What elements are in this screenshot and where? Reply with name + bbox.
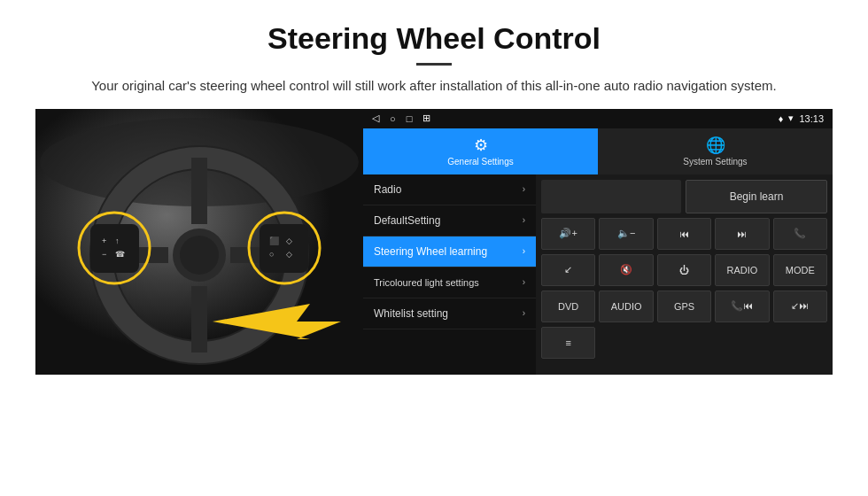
vol-down-label: 🔈−: [617, 228, 635, 239]
menu-icon[interactable]: ⊞: [422, 112, 430, 124]
mute-button[interactable]: 🔇: [599, 254, 653, 286]
svg-text:↑: ↑: [115, 236, 120, 245]
chevron-icon-whitelist: ›: [523, 308, 525, 318]
status-bar-nav: ◁ ○ □ ⊞: [372, 112, 430, 124]
general-settings-icon: ⚙: [474, 136, 488, 155]
menu-default-label: DefaultSetting: [374, 214, 440, 227]
svg-text:☎: ☎: [115, 250, 125, 259]
status-bar-info: ♦ ▾ 13:13: [779, 112, 824, 124]
vol-down-button[interactable]: 🔈−: [599, 218, 653, 250]
vol-up-button[interactable]: 🔊+: [541, 218, 595, 250]
answer-button[interactable]: ↙: [541, 254, 595, 286]
page-subtitle: Your original car's steering wheel contr…: [71, 76, 797, 97]
prev-track-icon: ⏮: [679, 229, 689, 239]
home-icon[interactable]: ○: [390, 113, 396, 124]
control-panel: Begin learn 🔊+ 🔈− ⏮: [536, 174, 833, 375]
vol-up-label: 🔊+: [559, 228, 577, 239]
time-display: 13:13: [799, 113, 824, 124]
gps-label: GPS: [674, 301, 694, 312]
prev-track-button[interactable]: ⏮: [657, 218, 711, 250]
menu-item-tricoloured[interactable]: Tricoloured light settings ›: [363, 267, 536, 298]
tab-system-label: System Settings: [683, 157, 747, 167]
svg-text:○: ○: [269, 250, 274, 259]
svg-text:⬛: ⬛: [269, 236, 280, 246]
menu-panel: Radio › DefaultSetting › Steering Wheel …: [363, 174, 536, 375]
control-row-2: ↙ 🔇 ⏻ RADIO MODE: [541, 254, 827, 286]
menu-radio-label: Radio: [374, 183, 401, 196]
menu-icon-button[interactable]: ≡: [541, 327, 595, 359]
mute-icon: 🔇: [620, 264, 632, 275]
dvd-label: DVD: [558, 301, 578, 312]
audio-button[interactable]: AUDIO: [599, 291, 653, 322]
menu-whitelist-label: Whitelist setting: [374, 307, 448, 320]
menu-item-steering[interactable]: Steering Wheel learning ›: [363, 236, 536, 267]
back-next-icon: ↙⏭: [791, 300, 809, 312]
control-row-3: DVD AUDIO GPS 📞⏮ ↙⏭: [541, 291, 827, 322]
page-wrapper: Steering Wheel Control Your original car…: [0, 0, 868, 392]
dvd-button[interactable]: DVD: [541, 291, 595, 322]
chevron-icon-radio: ›: [523, 184, 525, 194]
chevron-icon-steering: ›: [523, 246, 525, 256]
gps-button[interactable]: GPS: [657, 291, 711, 322]
control-row-4: ≡: [541, 327, 827, 359]
tab-system[interactable]: 🌐 System Settings: [598, 128, 833, 174]
power-icon: ⏻: [679, 265, 689, 275]
next-track-button[interactable]: ⏭: [715, 218, 769, 250]
title-divider: [416, 63, 452, 66]
status-bar: ◁ ○ □ ⊞ ♦ ▾ 13:13: [363, 109, 833, 128]
chevron-icon-tricoloured: ›: [523, 276, 525, 288]
title-section: Steering Wheel Control Your original car…: [35, 21, 833, 97]
chevron-icon-default: ›: [523, 215, 525, 225]
main-area: Radio › DefaultSetting › Steering Wheel …: [363, 174, 833, 375]
signal-icon: ▾: [788, 112, 794, 124]
mode-label: MODE: [786, 265, 815, 275]
svg-rect-15: [260, 224, 308, 273]
phone-prev-button[interactable]: 📞⏮: [715, 291, 769, 322]
power-button[interactable]: ⏻: [657, 254, 711, 286]
menu-tricoloured-label: Tricoloured light settings: [374, 276, 479, 289]
menu-item-default[interactable]: DefaultSetting ›: [363, 205, 536, 236]
tab-general-label: General Settings: [447, 157, 514, 167]
radio-button[interactable]: RADIO: [715, 254, 769, 286]
system-settings-icon: 🌐: [706, 136, 725, 155]
tab-general[interactable]: ⚙ General Settings: [363, 128, 598, 174]
back-icon[interactable]: ◁: [372, 112, 379, 124]
next-track-icon: ⏭: [737, 229, 747, 239]
svg-text:◇: ◇: [286, 250, 292, 259]
answer-icon: ↙: [564, 264, 572, 275]
menu-steering-label: Steering Wheel learning: [374, 245, 487, 258]
phone-icon: 📞: [794, 228, 806, 239]
mode-button[interactable]: MODE: [773, 254, 827, 286]
car-image: + ↑ − ☎ ⬛ ◇ ○ ◇: [35, 109, 363, 375]
page-title: Steering Wheel Control: [35, 21, 833, 56]
tab-bar: ⚙ General Settings 🌐 System Settings: [363, 128, 833, 174]
android-ui: ◁ ○ □ ⊞ ♦ ▾ 13:13 ⚙ General Settings: [363, 109, 833, 375]
content-row: + ↑ − ☎ ⬛ ◇ ○ ◇ ◁: [35, 109, 833, 375]
back-next-button[interactable]: ↙⏭: [773, 291, 827, 322]
begin-learn-button[interactable]: Begin learn: [686, 180, 827, 213]
phone-button[interactable]: 📞: [773, 218, 827, 250]
svg-rect-10: [90, 224, 139, 273]
audio-label: AUDIO: [611, 301, 642, 312]
top-row: Begin learn: [541, 180, 827, 213]
menu-item-radio[interactable]: Radio ›: [363, 174, 536, 205]
menu-item-whitelist[interactable]: Whitelist setting ›: [363, 298, 536, 329]
svg-point-9: [180, 236, 219, 275]
radio-label: RADIO: [726, 265, 757, 275]
phone-prev-icon: 📞⏮: [731, 300, 753, 312]
location-icon: ♦: [779, 113, 784, 124]
hamburger-icon: ≡: [565, 337, 570, 348]
control-row-1: 🔊+ 🔈− ⏮ ⏭ 📞: [541, 218, 827, 250]
recent-icon[interactable]: □: [407, 113, 413, 124]
svg-text:+: +: [102, 236, 106, 245]
steering-wheel-svg: + ↑ − ☎ ⬛ ◇ ○ ◇: [35, 109, 363, 375]
svg-text:◇: ◇: [286, 236, 292, 245]
svg-text:−: −: [102, 250, 106, 259]
empty-input-box: [541, 180, 681, 213]
